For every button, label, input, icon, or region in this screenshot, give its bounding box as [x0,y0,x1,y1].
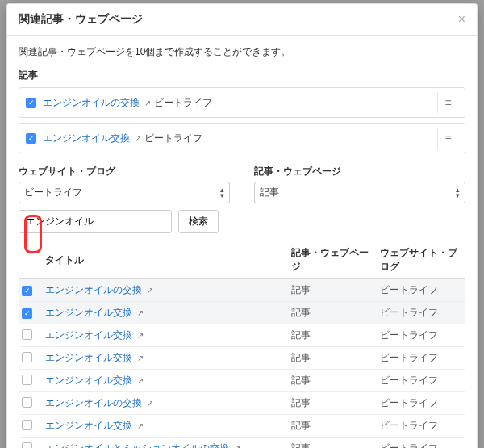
row-title-link[interactable]: エンジンオイルの交換 [45,397,142,408]
checkbox-icon[interactable] [22,375,32,385]
row-type: 記事 [288,415,377,438]
checkbox-icon[interactable] [22,352,32,362]
filter-site-label: ウェブサイト・ブログ [19,165,230,178]
row-site: ビートライフ [377,392,465,415]
search-input[interactable] [19,210,172,233]
external-link-icon: ↗ [137,331,144,340]
row-title-link[interactable]: エンジンオイル交換 [45,420,132,431]
row-site: ビートライフ [377,324,465,347]
selected-item-link[interactable]: エンジンオイル交換 [43,132,130,145]
filter-site-value: ビートライフ [24,186,82,199]
external-link-icon: ↗ [137,421,144,430]
external-link-icon: ↗ [144,98,151,107]
checkbox-icon[interactable] [22,420,32,430]
external-link-icon: ↗ [137,354,144,362]
row-site: ビートライフ [377,438,465,449]
row-type: 記事 [288,347,377,370]
table-row: エンジンオイル交換↗記事ビートライフ [19,415,465,438]
row-title-link[interactable]: エンジンオイル交換 [45,307,132,318]
modal-header: 関連記事・ウェブページ × [7,4,477,36]
selected-item-crumb: ビートライフ [154,96,212,110]
row-site: ビートライフ [377,347,465,370]
checkbox-icon[interactable]: ✓ [22,308,32,319]
filter-type-value: 記事 [260,186,279,199]
col-check [19,241,42,279]
table-row: エンジンオイル交換↗記事ビートライフ [19,324,465,347]
table-row: エンジンオイル交換↗記事ビートライフ [19,370,465,392]
table-row: エンジンオイル交換↗記事ビートライフ [19,347,465,370]
filter-row: ウェブサイト・ブログ ビートライフ ▴▾ 記事・ウェブページ 記事 ▴▾ [19,165,465,203]
col-title: タイトル [42,241,288,279]
row-type: 記事 [288,370,377,392]
row-type: 記事 [288,324,377,347]
checkbox-icon[interactable] [22,442,32,449]
drag-handle-icon[interactable]: ≡ [437,128,458,149]
search-row: 検索 [19,210,465,233]
modal-body: 関連記事・ウェブページを10個まで作成することができます。 記事 ✓エンジンオイ… [7,36,477,448]
external-link-icon: ↗ [234,444,240,448]
row-site: ビートライフ [377,415,465,438]
filter-type-label: 記事・ウェブページ [254,165,465,178]
close-icon[interactable]: × [458,12,465,27]
external-link-icon: ↗ [147,286,153,295]
row-site: ビートライフ [377,279,465,302]
drag-handle-icon[interactable]: ≡ [437,92,458,113]
checkbox-icon[interactable]: ✓ [26,133,36,144]
filter-type-select[interactable]: 記事 ▴▾ [254,182,465,203]
checkbox-icon[interactable]: ✓ [22,286,32,296]
row-type: 記事 [288,438,377,449]
table-row: ✓エンジンオイル交換↗記事ビートライフ [19,302,465,324]
selected-section-label: 記事 [19,69,465,82]
selected-item: ✓エンジンオイル交換↗ビートライフ≡ [19,123,465,153]
hint-text: 関連記事・ウェブページを10個まで作成することができます。 [19,45,465,59]
row-title-link[interactable]: エンジンオイル交換 [45,352,132,363]
col-site: ウェブサイト・ブログ [377,241,465,279]
chevron-updown-icon: ▴▾ [456,187,460,199]
modal-dialog: 関連記事・ウェブページ × 関連記事・ウェブページを10個まで作成することができ… [6,3,478,448]
row-type: 記事 [288,392,377,415]
selected-item: ✓エンジンオイルの交換↗ビートライフ≡ [19,87,465,118]
chevron-updown-icon: ▴▾ [220,187,224,199]
row-title-link[interactable]: エンジンオイル交換 [45,329,132,341]
table-row: ✓エンジンオイルの交換↗記事ビートライフ [19,279,465,302]
external-link-icon: ↗ [147,399,153,408]
row-title-link[interactable]: エンジンオイルの交換 [45,284,142,295]
search-button[interactable]: 検索 [178,210,219,233]
results-table: タイトル 記事・ウェブページ ウェブサイト・ブログ ✓エンジンオイルの交換↗記事… [19,241,465,448]
checkbox-icon[interactable] [22,397,32,408]
row-type: 記事 [288,302,377,324]
table-row: エンジンオイルの交換↗記事ビートライフ [19,392,465,415]
external-link-icon: ↗ [135,134,141,143]
checkbox-icon[interactable] [22,329,32,340]
selected-item-crumb: ビートライフ [144,132,202,145]
selected-item-link[interactable]: エンジンオイルの交換 [43,96,140,110]
row-site: ビートライフ [377,302,465,324]
row-title-link[interactable]: エンジンオイル交換 [45,375,132,386]
table-row: エンジンオイルとミッションオイルの交換↗記事ビートライフ [19,438,465,449]
filter-site-select[interactable]: ビートライフ ▴▾ [19,182,230,203]
row-type: 記事 [288,279,377,302]
external-link-icon: ↗ [137,376,144,385]
row-title-link[interactable]: エンジンオイルとミッションオイルの交換 [45,442,229,448]
modal-title: 関連記事・ウェブページ [19,12,143,27]
external-link-icon: ↗ [137,308,144,317]
checkbox-icon[interactable]: ✓ [26,98,36,108]
col-type: 記事・ウェブページ [288,241,377,279]
row-site: ビートライフ [377,370,465,392]
